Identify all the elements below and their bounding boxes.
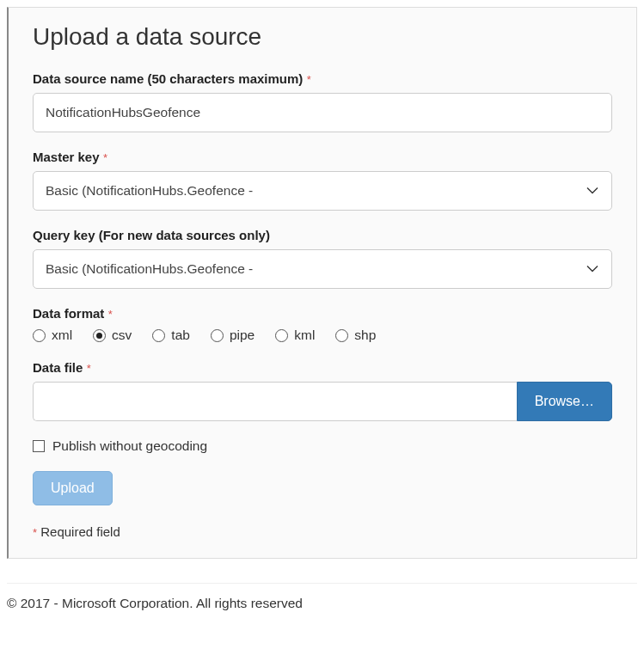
radio-label: tab bbox=[171, 328, 190, 343]
checkbox-unchecked-icon bbox=[33, 440, 45, 452]
radio-circle-icon bbox=[211, 329, 224, 342]
data-file-input[interactable] bbox=[33, 382, 517, 421]
required-mark: * bbox=[87, 362, 91, 375]
query-key-value: Basic (NotificationHubs.Geofence - bbox=[33, 249, 612, 289]
radio-option-tab[interactable]: tab bbox=[152, 328, 190, 343]
radio-circle-icon bbox=[275, 329, 288, 342]
publish-without-geocoding-checkbox[interactable]: Publish without geocoding bbox=[33, 438, 612, 454]
footer-divider bbox=[7, 583, 637, 584]
master-key-value: Basic (NotificationHubs.Geofence - bbox=[33, 171, 612, 211]
required-mark: * bbox=[103, 151, 107, 164]
radio-dot-icon bbox=[96, 333, 102, 339]
browse-button[interactable]: Browse… bbox=[517, 382, 612, 421]
required-mark: * bbox=[307, 73, 311, 86]
radio-circle-icon bbox=[152, 329, 165, 342]
label-master-key: Master key bbox=[33, 150, 100, 164]
required-field-text: Required field bbox=[40, 524, 120, 539]
radio-circle-icon bbox=[335, 329, 348, 342]
field-query-key: Query key (For new data sources only) Ba… bbox=[33, 228, 612, 289]
radio-label: pipe bbox=[230, 328, 255, 343]
required-mark: * bbox=[108, 308, 113, 321]
required-mark: * bbox=[33, 526, 37, 539]
master-key-select[interactable]: Basic (NotificationHubs.Geofence - bbox=[33, 171, 612, 211]
field-data-format: Data format * xmlcsvtabpipekmlshp bbox=[33, 306, 612, 343]
radio-label: shp bbox=[354, 328, 376, 343]
radio-option-shp[interactable]: shp bbox=[335, 328, 376, 343]
label-query-key: Query key (For new data sources only) bbox=[33, 228, 270, 242]
radio-option-pipe[interactable]: pipe bbox=[211, 328, 255, 343]
publish-checkbox-label: Publish without geocoding bbox=[52, 438, 207, 454]
radio-label: kml bbox=[294, 328, 315, 343]
field-data-file: Data file * Browse… bbox=[33, 360, 612, 421]
radio-label: csv bbox=[112, 328, 132, 343]
label-data-format: Data format bbox=[33, 306, 104, 321]
field-master-key: Master key * Basic (NotificationHubs.Geo… bbox=[33, 150, 612, 211]
radio-option-xml[interactable]: xml bbox=[33, 328, 72, 343]
field-data-source-name: Data source name (50 characters maximum)… bbox=[33, 71, 612, 132]
upload-panel: Upload a data source Data source name (5… bbox=[7, 7, 637, 559]
data-format-radio-group: xmlcsvtabpipekmlshp bbox=[33, 328, 612, 343]
footer-text: © 2017 - Microsoft Corporation. All righ… bbox=[0, 596, 644, 627]
upload-button[interactable]: Upload bbox=[33, 471, 113, 505]
required-field-note: * Required field bbox=[33, 524, 612, 539]
radio-circle-icon bbox=[33, 329, 46, 342]
label-data-file: Data file bbox=[33, 360, 83, 375]
radio-circle-icon bbox=[93, 329, 106, 342]
radio-label: xml bbox=[52, 328, 72, 343]
radio-option-csv[interactable]: csv bbox=[93, 328, 132, 343]
query-key-select[interactable]: Basic (NotificationHubs.Geofence - bbox=[33, 249, 612, 289]
label-data-source-name: Data source name (50 characters maximum) bbox=[33, 71, 303, 86]
data-source-name-input[interactable] bbox=[33, 93, 612, 132]
page-title: Upload a data source bbox=[33, 23, 612, 51]
radio-option-kml[interactable]: kml bbox=[275, 328, 315, 343]
